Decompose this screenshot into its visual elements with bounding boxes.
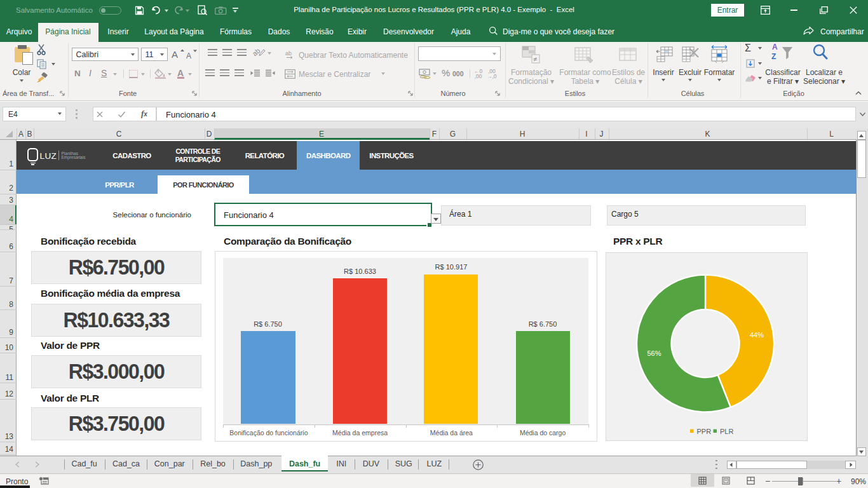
svg-text:PPR: PPR	[697, 427, 712, 435]
svg-text:44%: 44%	[750, 331, 764, 339]
svg-text:ab: ab	[285, 50, 292, 57]
svg-text:≠: ≠	[533, 55, 537, 63]
svg-text:PLR: PLR	[720, 427, 733, 435]
svg-text:56%: 56%	[647, 349, 661, 356]
